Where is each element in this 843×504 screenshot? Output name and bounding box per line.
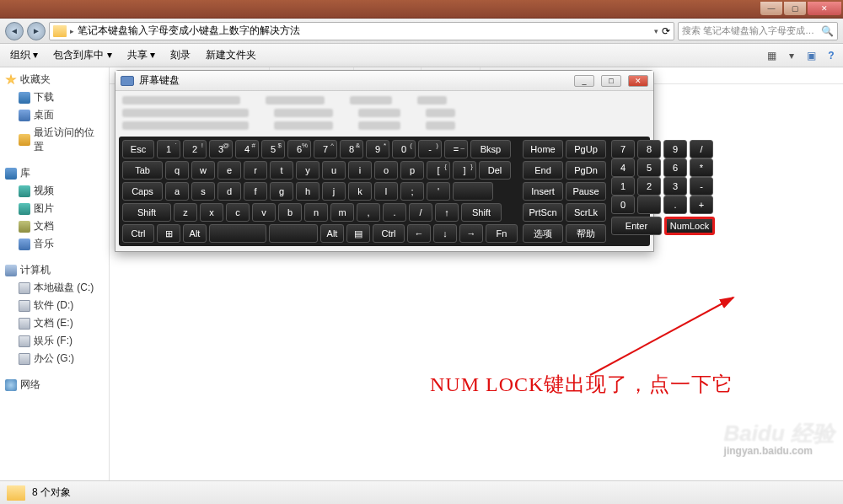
key-np-0[interactable]: 0 bbox=[611, 196, 635, 214]
key-PrtScn[interactable]: PrtScn bbox=[523, 203, 563, 222]
key-p[interactable]: p bbox=[400, 161, 424, 180]
key-9[interactable]: 9* bbox=[366, 140, 389, 158]
key-blank[interactable] bbox=[269, 224, 318, 243]
key-,[interactable]: , bbox=[357, 203, 380, 222]
key-np-2[interactable]: 2 bbox=[637, 177, 661, 196]
key-[[interactable]: [{ bbox=[427, 161, 450, 180]
key-np-+[interactable]: + bbox=[690, 196, 713, 214]
key-Shift[interactable]: Shift bbox=[461, 203, 502, 222]
key-↓[interactable]: ↓ bbox=[433, 224, 457, 243]
window-minimize-btn[interactable]: — bbox=[760, 2, 782, 15]
key-v[interactable]: v bbox=[252, 203, 276, 222]
key-np-.[interactable]: . bbox=[663, 196, 687, 214]
osk-close-btn[interactable]: ✕ bbox=[628, 75, 648, 87]
sidebar-libraries-head[interactable]: 库 bbox=[0, 164, 109, 182]
sidebar-network-head[interactable]: 网络 bbox=[0, 376, 109, 394]
sidebar-item-drive-g[interactable]: 办公 (G:) bbox=[0, 350, 109, 367]
key-←[interactable]: ← bbox=[407, 224, 431, 243]
key-np-*[interactable]: * bbox=[690, 158, 713, 177]
key-7[interactable]: 7^ bbox=[314, 140, 337, 158]
sidebar-item-desktop[interactable]: 桌面 bbox=[0, 106, 109, 124]
key-np-8[interactable]: 8 bbox=[637, 140, 661, 158]
key-np-7[interactable]: 7 bbox=[611, 140, 635, 158]
key-6[interactable]: 6% bbox=[287, 140, 311, 158]
key-r[interactable]: r bbox=[244, 161, 267, 180]
share-menu[interactable]: 共享 ▾ bbox=[121, 46, 162, 65]
key-b[interactable]: b bbox=[278, 203, 302, 222]
view-mode-icon[interactable]: ▦ bbox=[764, 47, 781, 64]
path-dropdown-icon[interactable]: ▾ bbox=[654, 27, 658, 35]
include-menu[interactable]: 包含到库中 ▾ bbox=[46, 46, 118, 65]
key-Ctrl[interactable]: Ctrl bbox=[373, 224, 405, 243]
key-帮助[interactable]: 帮助 bbox=[566, 224, 606, 243]
key--[interactable]: -) bbox=[418, 140, 442, 158]
nav-forward-btn[interactable]: ► bbox=[27, 22, 46, 40]
key-5[interactable]: 5$ bbox=[261, 140, 285, 158]
key-m[interactable]: m bbox=[330, 203, 354, 222]
key-End[interactable]: End bbox=[523, 161, 563, 180]
key-k[interactable]: k bbox=[348, 182, 372, 201]
burn-btn[interactable]: 刻录 bbox=[164, 46, 197, 65]
key-np-5[interactable]: 5 bbox=[637, 158, 661, 177]
key-np-9[interactable]: 9 bbox=[663, 140, 687, 158]
organize-menu[interactable]: 组织 ▾ bbox=[3, 46, 45, 65]
key-Caps[interactable]: Caps bbox=[122, 182, 163, 201]
osk-titlebar[interactable]: 屏幕键盘 _ □ ✕ bbox=[115, 71, 653, 91]
key-np-/[interactable]: / bbox=[690, 140, 713, 158]
key-Tab[interactable]: Tab bbox=[122, 161, 163, 180]
key-z[interactable]: z bbox=[174, 203, 197, 222]
key-numlock[interactable]: NumLock bbox=[664, 217, 715, 235]
key-Alt[interactable]: Alt bbox=[183, 224, 207, 243]
key-y[interactable]: y bbox=[296, 161, 319, 180]
help-icon[interactable]: ? bbox=[823, 47, 840, 64]
new-folder-btn[interactable]: 新建文件夹 bbox=[199, 46, 263, 65]
key-np-1[interactable]: 1 bbox=[611, 177, 635, 196]
key-;[interactable]: ; bbox=[400, 182, 424, 201]
key-q[interactable]: q bbox=[165, 161, 189, 180]
key-Alt[interactable]: Alt bbox=[320, 224, 344, 243]
view-mode-dropdown-icon[interactable]: ▾ bbox=[783, 47, 800, 64]
sidebar-item-drive-d[interactable]: 软件 (D:) bbox=[0, 297, 109, 314]
sidebar-computer-head[interactable]: 计算机 bbox=[0, 261, 109, 279]
sidebar-item-documents[interactable]: 文档 bbox=[0, 217, 109, 235]
key-=[interactable]: =_ bbox=[444, 140, 468, 158]
sidebar-item-pictures[interactable]: 图片 bbox=[0, 200, 109, 217]
key-Pause[interactable]: Pause bbox=[566, 182, 606, 201]
key-blank[interactable] bbox=[453, 182, 493, 201]
key-2[interactable]: 2! bbox=[183, 140, 207, 158]
key-i[interactable]: i bbox=[348, 161, 372, 180]
key-.[interactable]: . bbox=[383, 203, 406, 222]
key-blank[interactable] bbox=[209, 224, 266, 243]
key-n[interactable]: n bbox=[304, 203, 328, 222]
key-Insert[interactable]: Insert bbox=[523, 182, 563, 201]
key-Del[interactable]: Del bbox=[479, 161, 511, 180]
key-np-blank[interactable] bbox=[637, 196, 661, 214]
key-np-6[interactable]: 6 bbox=[663, 158, 687, 177]
key-np-3[interactable]: 3 bbox=[663, 177, 687, 196]
key-d[interactable]: d bbox=[217, 182, 241, 201]
key-e[interactable]: e bbox=[217, 161, 241, 180]
key-w[interactable]: w bbox=[191, 161, 215, 180]
key-3[interactable]: 3@ bbox=[209, 140, 233, 158]
key-j[interactable]: j bbox=[322, 182, 346, 201]
osk-maximize-btn[interactable]: □ bbox=[601, 75, 621, 87]
refresh-icon[interactable]: ⟳ bbox=[662, 25, 670, 37]
sidebar-item-recent[interactable]: 最近访问的位置 bbox=[0, 124, 109, 156]
key-'[interactable]: ' bbox=[427, 182, 450, 201]
key-g[interactable]: g bbox=[270, 182, 293, 201]
key-o[interactable]: o bbox=[374, 161, 398, 180]
sidebar-item-videos[interactable]: 视频 bbox=[0, 182, 109, 200]
key-l[interactable]: l bbox=[374, 182, 398, 201]
key-PgUp[interactable]: PgUp bbox=[566, 140, 606, 158]
key-x[interactable]: x bbox=[200, 203, 223, 222]
key-a[interactable]: a bbox=[165, 182, 189, 201]
key-enter[interactable]: Enter bbox=[611, 217, 662, 235]
key-][interactable]: ]} bbox=[453, 161, 476, 180]
key-Bksp[interactable]: Bksp bbox=[470, 140, 511, 158]
key-np--[interactable]: - bbox=[690, 177, 713, 196]
sidebar-item-drive-e[interactable]: 文档 (E:) bbox=[0, 314, 109, 332]
key-u[interactable]: u bbox=[322, 161, 346, 180]
path-field[interactable]: ▸ 笔记本键盘输入字母变成小键盘上数字的解决方法 ▾ ⟳ bbox=[49, 22, 674, 40]
key-4[interactable]: 4# bbox=[235, 140, 259, 158]
key-0[interactable]: 0( bbox=[392, 140, 416, 158]
